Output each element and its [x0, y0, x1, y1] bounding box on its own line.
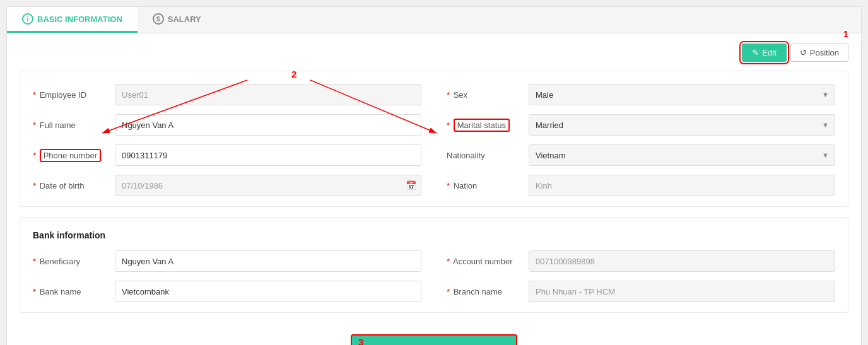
- edit-button[interactable]: ✎ Edit: [742, 44, 786, 62]
- branch-name-row: * Branch name: [447, 281, 835, 302]
- tab-salary[interactable]: $ SALARY: [138, 7, 216, 33]
- employee-id-label: * Employee ID: [33, 90, 108, 100]
- full-name-input[interactable]: [115, 114, 421, 136]
- nationality-row: Nationality Vietnam ▼: [447, 144, 835, 166]
- sex-select[interactable]: Male Female: [529, 84, 835, 105]
- dob-wrapper: 📅: [115, 175, 421, 196]
- basic-info-section: 2 * Employee ID: [20, 71, 848, 207]
- position-icon: ↺: [800, 48, 807, 57]
- phone-number-label: * Phone number: [33, 151, 108, 160]
- nationality-select-wrapper: Vietnam ▼: [529, 144, 835, 166]
- svg-text:2: 2: [291, 69, 296, 79]
- basic-info-icon: i: [22, 13, 33, 25]
- position-label: Position: [810, 48, 839, 57]
- bank-name-label: * Bank name: [33, 287, 108, 296]
- sex-label: * Sex: [447, 90, 522, 100]
- employee-id-row: * Employee ID: [33, 84, 421, 105]
- branch-name-label: * Branch name: [447, 287, 522, 296]
- submit-bar: 3 Send request for edition: [20, 323, 848, 345]
- bank-info-grid: * Beneficiary * Account number: [33, 250, 835, 302]
- beneficiary-row: * Beneficiary: [33, 250, 421, 272]
- tab-salary-label: SALARY: [168, 15, 201, 24]
- dob-input[interactable]: [115, 175, 421, 196]
- nation-input[interactable]: [529, 175, 835, 196]
- account-number-label: * Account number: [447, 257, 522, 266]
- marital-status-row: * Marital status Married Single ▼: [447, 114, 835, 136]
- full-name-label: * Full name: [33, 120, 108, 130]
- beneficiary-label: * Beneficiary: [33, 257, 108, 266]
- branch-name-input[interactable]: [529, 281, 835, 302]
- nationality-select[interactable]: Vietnam: [529, 144, 835, 166]
- send-request-button[interactable]: Send request for edition: [351, 334, 517, 345]
- phone-number-input[interactable]: [115, 144, 421, 166]
- nation-label: * Nation: [447, 181, 522, 190]
- bank-name-input[interactable]: [115, 281, 421, 302]
- marital-status-label-boxed: Marital status: [454, 119, 510, 132]
- tab-bar: i BASIC INFORMATION $ SALARY: [7, 7, 861, 33]
- edit-label: Edit: [762, 48, 776, 57]
- beneficiary-input[interactable]: [115, 250, 421, 272]
- annotation-3: 3: [358, 337, 363, 345]
- phone-number-row: * Phone number: [33, 144, 421, 166]
- bank-info-section: Bank information * Beneficiary * Account…: [20, 217, 848, 313]
- marital-status-label: * Marital status: [447, 120, 522, 130]
- dob-label: * Date of birth: [33, 181, 108, 190]
- account-number-row: * Account number: [447, 250, 835, 272]
- account-number-input[interactable]: [529, 250, 835, 272]
- sex-row: * Sex Male Female ▼: [447, 84, 835, 105]
- edit-icon: ✎: [752, 48, 759, 57]
- marital-select-wrapper: Married Single ▼: [529, 114, 835, 136]
- tab-basic-label: BASIC INFORMATION: [37, 15, 122, 24]
- tab-basic-information[interactable]: i BASIC INFORMATION: [7, 7, 138, 33]
- main-content: 1 ✎ Edit ↺ Position 2: [7, 33, 861, 345]
- salary-icon: $: [153, 13, 164, 25]
- nationality-label: Nationality: [447, 151, 522, 160]
- nation-row: * Nation: [447, 175, 835, 196]
- dob-row: * Date of birth 📅: [33, 175, 421, 196]
- basic-info-grid: * Employee ID * Sex Male Female: [33, 84, 835, 196]
- action-bar: 1 ✎ Edit ↺ Position: [20, 44, 848, 62]
- full-name-row: * Full name: [33, 114, 421, 136]
- position-button[interactable]: ↺ Position: [790, 44, 848, 62]
- sex-select-wrapper: Male Female ▼: [529, 84, 835, 105]
- bank-section-title: Bank information: [33, 230, 835, 240]
- annotation-1: 1: [843, 28, 848, 39]
- employee-id-input[interactable]: [115, 84, 421, 105]
- phone-label-boxed: Phone number: [40, 149, 101, 162]
- marital-status-select[interactable]: Married Single: [529, 114, 835, 136]
- bank-name-row: * Bank name: [33, 281, 421, 302]
